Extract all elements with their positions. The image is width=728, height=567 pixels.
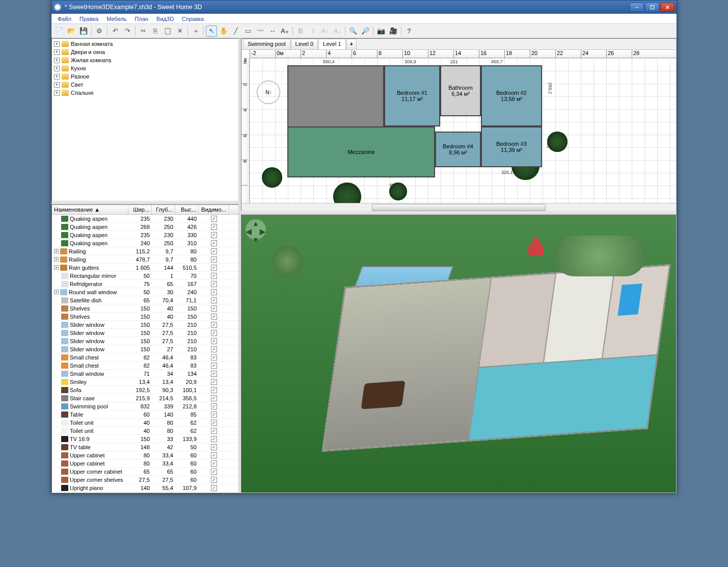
photo-icon[interactable]: 📷 (375, 25, 387, 37)
expand-icon[interactable]: + (54, 58, 60, 63)
text-bold-icon[interactable]: B (295, 25, 306, 37)
delete-icon[interactable]: ✕ (174, 25, 185, 37)
visibility-checkbox[interactable]: ✓ (211, 420, 217, 426)
3d-navigation[interactable]: ▲ ◀▶ ▼ (246, 219, 266, 240)
dimension-tool-icon[interactable]: ↔ (267, 25, 278, 37)
table-row[interactable]: Stair case215,9214,5356,5✓ (52, 394, 238, 402)
settings-icon[interactable]: ⚙ (94, 25, 105, 37)
visibility-checkbox[interactable]: ✓ (211, 469, 217, 475)
wall-tool-icon[interactable]: ╱ (230, 25, 241, 37)
maximize-button[interactable]: ☐ (645, 3, 659, 12)
text-larger-icon[interactable]: A↑ (319, 25, 331, 37)
table-row[interactable]: Table6014085✓ (52, 410, 238, 419)
visibility-checkbox[interactable]: ✓ (211, 363, 217, 369)
visibility-checkbox[interactable]: ✓ (211, 216, 217, 222)
nav-up-icon[interactable]: ▲ (252, 219, 259, 227)
plan-canvas[interactable]: -20м246810121416182022242628 0м2468 N↑ (241, 50, 676, 203)
table-row[interactable]: +Round wall window5030240✓ (52, 288, 238, 296)
visibility-checkbox[interactable]: ✓ (211, 281, 217, 287)
select-tool-icon[interactable]: ↖ (206, 25, 217, 37)
table-row[interactable]: Upper cabinet8033,460✓ (52, 459, 238, 468)
expand-icon[interactable]: + (54, 66, 60, 71)
table-row[interactable]: Quaking aspen268250426✓ (52, 223, 238, 231)
room-bedroom1[interactable]: Bedroom #1 11,17 м² (384, 65, 440, 126)
visibility-checkbox[interactable]: ✓ (211, 232, 217, 238)
visibility-checkbox[interactable]: ✓ (211, 428, 217, 434)
room-bedroom2[interactable]: Bedroom #2 13,58 м² (481, 65, 542, 126)
room-mezzanine[interactable]: Mezzanine (287, 126, 435, 177)
text-tool-icon[interactable]: A₊ (279, 25, 290, 37)
tab-level-1[interactable]: Level 1 (318, 39, 345, 49)
table-row[interactable]: Toilet unit408062✓ (52, 427, 238, 435)
table-row[interactable]: Refridgerator7565167✓ (52, 280, 238, 288)
catalog-category[interactable]: +Разное (53, 72, 237, 81)
table-row[interactable]: Small chest8246,483✓ (52, 362, 238, 370)
nav-left-icon[interactable]: ◀ (246, 227, 252, 236)
tab-level-0[interactable]: Level 0 (291, 39, 318, 49)
catalog-category[interactable]: +Свет (53, 81, 237, 89)
table-row[interactable]: Slider window15027,5210✓ (52, 329, 238, 337)
menu-3dview[interactable]: Вид3D (152, 15, 178, 23)
table-row[interactable]: Sofa192,590,3100,1✓ (52, 386, 238, 394)
visibility-checkbox[interactable]: ✓ (211, 338, 217, 344)
video-icon[interactable]: 🎥 (388, 25, 399, 37)
visibility-checkbox[interactable]: ✓ (211, 387, 217, 393)
expand-icon[interactable]: + (54, 74, 60, 80)
visibility-checkbox[interactable]: ✓ (211, 273, 217, 279)
room-bedroom3[interactable]: Bedroom #3 11,39 м² (481, 126, 542, 167)
text-italic-icon[interactable]: I (307, 25, 318, 37)
cut-icon[interactable]: ✂ (138, 25, 149, 37)
polyline-tool-icon[interactable]: 〰 (255, 25, 266, 37)
room-bedroom4[interactable]: Bedroom #4 8,96 м² (435, 132, 481, 167)
catalog-category[interactable]: +Жилая комната (53, 56, 237, 64)
table-row[interactable]: Smiley13,413,420,9✓ (52, 378, 238, 386)
table-row[interactable]: Toilet unit408062✓ (52, 419, 238, 427)
table-row[interactable]: Small window7134134✓ (52, 370, 238, 378)
close-button[interactable]: ✕ (660, 3, 675, 12)
table-row[interactable]: Shelves15040150✓ (52, 313, 238, 321)
text-smaller-icon[interactable]: A↓ (332, 25, 343, 37)
col-header-height[interactable]: Выс... (175, 205, 199, 214)
col-header-visible[interactable]: Видимо... (199, 205, 229, 214)
table-row[interactable]: Slider window15027210✓ (52, 345, 238, 353)
table-row[interactable]: Swimming pool832339212,8✓ (52, 402, 238, 410)
expand-icon[interactable]: + (54, 290, 59, 294)
compass-icon[interactable]: N↑ (257, 81, 280, 104)
table-row[interactable]: Quaking aspen235230440✓ (52, 215, 238, 223)
table-row[interactable]: Satellite dish6570,471,1✓ (52, 296, 238, 304)
floor-plan[interactable]: Mezzanine Bedroom #1 11,17 м² Bathroom 6… (287, 65, 542, 188)
visibility-checkbox[interactable]: ✓ (211, 485, 217, 491)
visibility-checkbox[interactable]: ✓ (211, 477, 217, 483)
table-row[interactable]: Quaking aspen240250310✓ (52, 239, 238, 247)
nav-down-icon[interactable]: ▼ (252, 236, 259, 244)
new-icon[interactable]: 📄 (53, 25, 65, 37)
visibility-checkbox[interactable]: ✓ (211, 460, 217, 467)
help-icon[interactable]: ? (403, 25, 415, 37)
expand-icon[interactable]: + (54, 41, 60, 47)
visibility-checkbox[interactable]: ✓ (211, 305, 217, 312)
zoom-out-icon[interactable]: 🔎 (360, 25, 371, 37)
visibility-checkbox[interactable]: ✓ (211, 256, 217, 263)
visibility-checkbox[interactable]: ✓ (211, 240, 217, 246)
menu-plan[interactable]: План (131, 15, 153, 23)
redo-icon[interactable]: ↷ (122, 25, 133, 37)
furniture-body[interactable]: Quaking aspen235230440✓Quaking aspen2682… (52, 215, 238, 493)
table-row[interactable]: Upright piano14055,4107,9✓ (52, 484, 238, 492)
visibility-checkbox[interactable]: ✓ (211, 346, 217, 352)
plan-scrollbar-horizontal[interactable] (241, 203, 676, 211)
table-row[interactable]: Shelves15040150✓ (52, 304, 238, 313)
visibility-checkbox[interactable]: ✓ (211, 379, 217, 385)
copy-icon[interactable]: ⎘ (150, 25, 161, 37)
tree-icon[interactable] (262, 167, 282, 188)
expand-icon[interactable]: + (54, 257, 59, 262)
table-row[interactable]: TV table1484250✓ (52, 443, 238, 451)
paste-icon[interactable]: 📋 (162, 25, 173, 37)
expand-icon[interactable]: + (54, 82, 60, 88)
visibility-checkbox[interactable]: ✓ (211, 403, 217, 409)
table-row[interactable]: Quaking aspen235230330✓ (52, 231, 238, 239)
catalog-category[interactable]: +Ванная комната (53, 40, 237, 48)
visibility-checkbox[interactable]: ✓ (211, 371, 217, 377)
menu-help[interactable]: Справка (178, 15, 208, 23)
table-row[interactable]: +Railing115,29,780✓ (52, 247, 238, 255)
expand-icon[interactable]: + (54, 249, 59, 253)
